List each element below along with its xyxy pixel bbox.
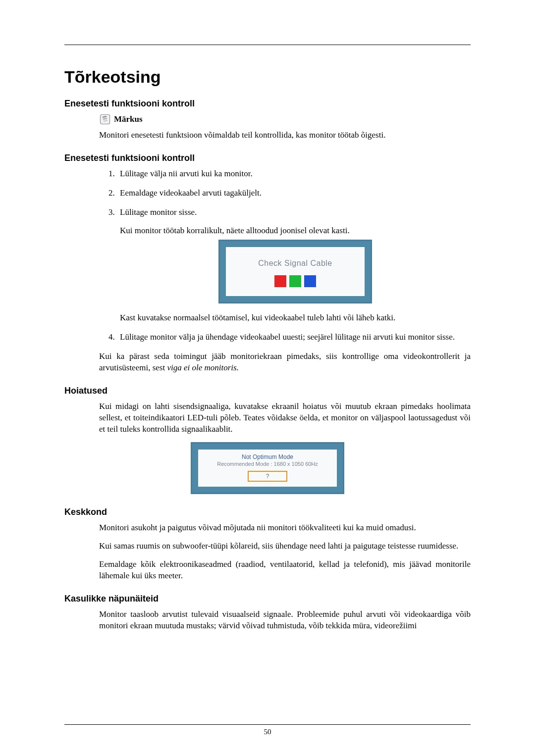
post-steps-text: Kui ka pärast seda toimingut jääb monito… bbox=[99, 352, 471, 372]
swatch-green-icon bbox=[289, 275, 301, 287]
dialog-check-signal: Check Signal Cable bbox=[218, 240, 372, 304]
list-item: Eemaldage videokaabel arvuti tagaküljelt… bbox=[117, 188, 471, 199]
env-p3: Eemaldage kõik elektroonikaseadmed (raad… bbox=[99, 559, 471, 582]
post-steps: Kui ka pärast seda toimingut jääb monito… bbox=[99, 351, 471, 374]
warnings-text: Kui midagi on lahti sisendsignaaliga, ku… bbox=[99, 401, 471, 435]
page-title: Tõrkeotsing bbox=[64, 67, 471, 87]
swatch-red-icon bbox=[274, 275, 286, 287]
steps-list: Lülitage välja nii arvuti kui ka monitor… bbox=[64, 168, 471, 343]
top-rule bbox=[64, 45, 471, 45]
dialog2-help-button: ? bbox=[248, 471, 287, 482]
note-icon bbox=[99, 114, 111, 125]
swatch-blue-icon bbox=[304, 275, 316, 287]
list-item: Lülitage monitor sisse. Kui monitor tööt… bbox=[117, 207, 471, 324]
dialog2-line2: Recommended Mode : 1680 x 1050 60Hz bbox=[202, 461, 333, 467]
list-item: Lülitage monitor välja ja ühendage video… bbox=[117, 332, 471, 343]
dialog2-line1: Not Optimum Mode bbox=[202, 454, 333, 460]
page-number: 50 bbox=[64, 728, 471, 736]
tips-p1: Monitor taasloob arvutist tulevaid visua… bbox=[99, 609, 471, 632]
step-after: Kast kuvatakse normaalsel töötamisel, ku… bbox=[120, 312, 471, 324]
heading-selftest-1: Enesetesti funktsiooni kontroll bbox=[64, 99, 471, 109]
note-line: Märkus bbox=[99, 114, 471, 125]
heading-tips: Kasulikke näpunäiteid bbox=[64, 594, 471, 604]
heading-warnings: Hoiatused bbox=[64, 386, 471, 396]
dialog-optimum-mode: Not Optimum Mode Recommended Mode : 1680… bbox=[191, 442, 344, 494]
bottom-rule bbox=[64, 724, 471, 725]
step-sub: Kui monitor töötab korralikult, näete al… bbox=[120, 225, 471, 237]
heading-env: Keskkond bbox=[64, 507, 471, 517]
step-text: Lülitage monitor sisse. bbox=[120, 207, 197, 217]
dialog1-message: Check Signal Cable bbox=[231, 258, 360, 269]
env-p2: Kui samas ruumis on subwoofer-tüüpi kõla… bbox=[99, 541, 471, 552]
note-label: Märkus bbox=[114, 114, 143, 124]
step-text: Lülitage monitor välja ja ühendage video… bbox=[120, 332, 455, 342]
env-p1: Monitori asukoht ja paigutus võivad mõju… bbox=[99, 522, 471, 534]
heading-selftest-2: Enesetesti funktsiooni kontroll bbox=[64, 153, 471, 163]
step-text: Lülitage välja nii arvuti kui ka monitor… bbox=[120, 169, 253, 178]
post-steps-italic: viga ei ole monitoris. bbox=[167, 363, 238, 372]
step-text: Eemaldage videokaabel arvuti tagaküljelt… bbox=[120, 188, 262, 198]
list-item: Lülitage välja nii arvuti kui ka monitor… bbox=[117, 168, 471, 180]
dialog1-swatches bbox=[231, 275, 360, 287]
selftest-intro: Monitori enesetesti funktsioon võimaldab… bbox=[99, 130, 471, 141]
